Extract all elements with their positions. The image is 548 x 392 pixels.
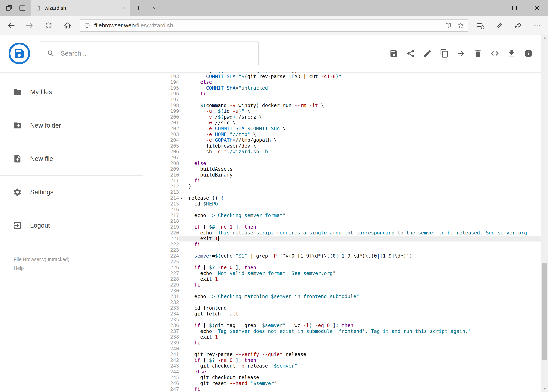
code-line[interactable]: 240 — [143, 346, 541, 352]
favorite-button[interactable] — [457, 22, 464, 29]
minimize-button[interactable] — [481, 0, 503, 16]
code-line[interactable]: 245 git checkout release — [143, 375, 541, 380]
site-info-button[interactable] — [84, 22, 90, 29]
code-editor[interactable]: if [ "$(command -v git)" != "" ]; then19… — [143, 72, 541, 392]
code-line[interactable]: 213 — [143, 189, 541, 195]
code-view-button[interactable] — [490, 49, 499, 58]
code-line[interactable]: 219 if [ $# -ne 1 ]; then — [143, 224, 541, 230]
hub-button[interactable] — [471, 16, 490, 35]
code-line[interactable]: 225 — [143, 259, 541, 265]
code-line[interactable]: 234 git fetch --all — [143, 311, 541, 317]
tab-close-button[interactable] — [121, 6, 126, 11]
forward-button[interactable] — [20, 16, 39, 35]
web-note-button[interactable] — [490, 16, 509, 35]
code-line[interactable]: 239 fi — [143, 340, 541, 346]
save-button[interactable] — [389, 49, 399, 58]
code-line[interactable]: 212} — [143, 184, 541, 189]
code-line[interactable]: 204 -e GOPATH=//tmp/gopath \ — [143, 137, 541, 143]
tab-preview-button[interactable] — [16, 0, 29, 16]
code-line[interactable]: 195 COMMIT_SHA="untracked" — [143, 85, 541, 91]
code-line[interactable]: 207 — [143, 155, 541, 161]
refresh-button[interactable] — [39, 16, 58, 35]
move-button[interactable] — [457, 49, 466, 58]
search-box[interactable] — [40, 42, 259, 65]
download-button[interactable] — [507, 49, 516, 58]
tab-bar-chevron-button[interactable] — [147, 0, 163, 16]
code-line[interactable]: 233 cd frontend — [143, 305, 541, 311]
home-button[interactable] — [58, 16, 77, 35]
back-button[interactable] — [1, 16, 20, 35]
code-line[interactable]: 209 buildAssets — [143, 166, 541, 172]
page-scrollbar[interactable] — [541, 35, 548, 392]
code-line[interactable]: 238 exit 1 — [143, 334, 541, 340]
more-button[interactable] — [528, 16, 547, 35]
new-tab-button[interactable] — [130, 0, 147, 16]
code-line[interactable]: 198 $(command -v winpty) docker run --rm… — [143, 103, 541, 108]
code-line[interactable]: 203 -e HOME="//tmp" \ — [143, 132, 541, 137]
code-line[interactable]: 224 semver=$(echo "$1" | grep -P '^v(0|[… — [143, 253, 541, 259]
close-button[interactable] — [526, 0, 548, 16]
browser-share-button[interactable] — [509, 16, 528, 35]
code-line[interactable]: 201 -w //src \ — [143, 120, 541, 126]
code-line[interactable]: 235 — [143, 317, 541, 323]
code-line[interactable]: 243 git checkout -b release "$semver" — [143, 363, 541, 369]
code-line[interactable]: 246 git reset --hard "$semver" — [143, 380, 541, 386]
code-line[interactable]: 228 exit 1 — [143, 276, 541, 282]
code-line[interactable]: 193 COMMIT_SHA="$(git rev-parse HEAD | c… — [143, 74, 541, 79]
search-input[interactable] — [61, 50, 252, 57]
code-line[interactable]: 227 echo "Not valid semver format. See s… — [143, 271, 541, 276]
help-link[interactable]: Help — [14, 264, 143, 273]
code-line[interactable]: 197 — [143, 97, 541, 103]
delete-button[interactable] — [473, 49, 483, 58]
reading-view-button[interactable] — [445, 22, 452, 29]
code-line[interactable]: 206 sh -c "./wizard.sh -b" — [143, 149, 541, 155]
sidebar-item-new-file[interactable]: New file — [0, 142, 143, 175]
code-line[interactable]: 210 buildBinary — [143, 172, 541, 178]
code-line[interactable]: 215 cd $REPO — [143, 201, 541, 207]
code-line[interactable]: 217 echo "> Checking semver format" — [143, 213, 541, 218]
share-button[interactable] — [406, 49, 415, 58]
sidebar-item-my-files[interactable]: My files — [0, 75, 143, 109]
address-bar[interactable]: filebrowser.web/files/wizard.sh — [80, 19, 468, 32]
maximize-button[interactable] — [503, 0, 526, 16]
scroll-up-button[interactable] — [542, 36, 547, 40]
code-line[interactable]: 236 if [ $(git tag | grep "$semver" | wc… — [143, 322, 541, 328]
sidebar-item-logout[interactable]: Logout — [0, 209, 143, 242]
code-line[interactable]: 214▾release () { — [143, 195, 541, 201]
code-line[interactable]: 226 if [ $? -ne 0 ]; then — [143, 265, 541, 271]
set-tabs-aside-button[interactable] — [2, 0, 16, 16]
browser-tab[interactable]: wizard.sh — [31, 0, 130, 16]
sidebar-item-new-folder[interactable]: New folder — [0, 109, 143, 142]
code-line[interactable]: 194 else — [143, 79, 541, 85]
code-line[interactable]: 241 git rev-parse --verify --quiet relea… — [143, 351, 541, 357]
code-line[interactable]: 244 else — [143, 369, 541, 375]
code-line-active[interactable]: 221 exit 1 — [143, 236, 541, 242]
code-line[interactable]: 208 else — [143, 161, 541, 166]
code-line[interactable]: 218 — [143, 218, 541, 224]
scrollbar-thumb[interactable] — [542, 263, 547, 360]
code-line[interactable]: 199 -u "$(id -u)" \ — [143, 108, 541, 114]
code-line[interactable]: 220 echo "This release script requires a… — [143, 230, 541, 236]
code-line[interactable]: 205 filebrowser/dev \ — [143, 143, 541, 149]
info-button[interactable] — [524, 49, 533, 58]
code-line[interactable]: 232 — [143, 299, 541, 305]
code-line[interactable]: 247 fi — [143, 386, 541, 392]
code-line[interactable]: 223 — [143, 247, 541, 253]
code-line[interactable]: 222 fi — [143, 242, 541, 247]
code-line[interactable]: 216 — [143, 207, 541, 213]
sidebar-item-settings[interactable]: Settings — [0, 175, 143, 209]
fold-marker-icon[interactable]: ▾ — [180, 195, 182, 201]
code-line[interactable]: 237 echo "Tag $semver does not exist in … — [143, 328, 541, 334]
rename-button[interactable] — [423, 49, 432, 58]
code-line[interactable]: 200 -v /$(pwd):/src:z \ — [143, 114, 541, 120]
code-line[interactable]: 196 fi — [143, 91, 541, 97]
code-line[interactable]: 231 echo "> Checking matching $semver in… — [143, 294, 541, 299]
copy-button[interactable] — [440, 49, 449, 58]
code-line[interactable]: 211 fi — [143, 178, 541, 184]
code-line[interactable]: 202 -e COMMIT_SHA=$COMMIT_SHA \ — [143, 126, 541, 132]
code-line[interactable]: if [ "$(command -v git)" != "" ]; then — [143, 72, 541, 74]
code-line[interactable]: 229 fi — [143, 282, 541, 288]
code-line[interactable]: 242 if [ $? -ne 0 ]; then — [143, 357, 541, 363]
code-line[interactable]: 230 — [143, 288, 541, 294]
scroll-down-button[interactable] — [542, 386, 547, 391]
